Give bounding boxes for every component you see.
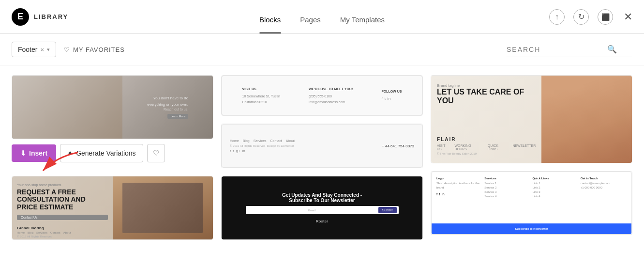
thumb-links: Logo Short description text here for the… xyxy=(431,172,632,235)
filter-clear-button[interactable]: × xyxy=(40,46,44,53)
thumb-nav: HomeBlogServicesContactAbout © 2019 All … xyxy=(222,124,422,168)
thumb-3col: VISIT US 10 Somewhere St, Tustin Califor… xyxy=(222,76,422,115)
insert-icon: ⬇ xyxy=(20,149,26,157)
close-icon: ✕ xyxy=(624,11,632,23)
header-logo-section: E LIBRARY xyxy=(12,8,68,26)
save-icon: ⬛ xyxy=(601,13,610,21)
header-actions: ↑ ↻ ⬛ ✕ xyxy=(549,9,632,25)
category-filter-dropdown[interactable]: Footer × ▾ xyxy=(12,42,56,57)
template-card-beauty-brand[interactable]: Brand tagline LET US TAKE CARE OF YOU FL… xyxy=(431,75,632,163)
card-actions-overlay: ⬇ Insert ✦ Generate Variations ♡ xyxy=(12,144,165,162)
refresh-icon: ↻ xyxy=(578,12,584,21)
heart-icon: ♡ xyxy=(153,149,159,158)
my-favorites-button[interactable]: ♡ MY FAVORITES xyxy=(64,46,125,53)
template-column-2: VISIT US 10 Somewhere St, Tustin Califor… xyxy=(217,75,427,258)
template-card-flooring-footer[interactable]: Your one-stop home products Request a fr… xyxy=(12,176,213,240)
card-wrapper-1: You don't have to do everything on your … xyxy=(12,75,213,139)
header: E LIBRARY Blocks Pages My Templates ↑ ↻ … xyxy=(0,0,644,34)
thumb-beauty: Brand tagline LET US TAKE CARE OF YOU FL… xyxy=(431,76,632,163)
template-card-newsletter-dark[interactable]: Get Updates And Stay Connected -Subscrib… xyxy=(221,176,423,240)
template-column-1: You don't have to do everything on your … xyxy=(12,75,217,258)
header-tabs: Blocks Pages My Templates xyxy=(259,0,385,33)
close-button[interactable]: ✕ xyxy=(624,11,632,23)
template-card-photo-footer[interactable]: You don't have to do everything on your … xyxy=(12,75,213,139)
toolbar: Footer × ▾ ♡ MY FAVORITES 🔍 xyxy=(0,34,644,65)
thumb-newsletter: Get Updates And Stay Connected -Subscrib… xyxy=(222,176,422,239)
template-card-3col-footer[interactable]: VISIT US 10 Somewhere St, Tustin Califor… xyxy=(221,75,423,116)
thumb-photo-footer: You don't have to do everything on your … xyxy=(12,76,213,139)
template-card-links-footer[interactable]: Logo Short description text here for the… xyxy=(431,171,632,235)
upload-icon-button[interactable]: ↑ xyxy=(549,9,565,25)
tab-my-templates[interactable]: My Templates xyxy=(340,0,385,33)
filter-label: Footer xyxy=(18,46,37,53)
upload-icon: ↑ xyxy=(555,13,559,21)
filter-arrow-icon: ▾ xyxy=(47,47,50,53)
template-column-3: Brand tagline LET US TAKE CARE OF YOU FL… xyxy=(427,75,632,258)
tab-pages[interactable]: Pages xyxy=(300,0,321,33)
search-input[interactable] xyxy=(507,46,603,53)
refresh-icon-button[interactable]: ↻ xyxy=(573,9,589,25)
tab-blocks[interactable]: Blocks xyxy=(259,0,281,33)
save-icon-button[interactable]: ⬛ xyxy=(598,9,613,25)
search-box[interactable]: 🔍 xyxy=(507,42,632,57)
toolbar-left: Footer × ▾ ♡ MY FAVORITES xyxy=(12,42,125,57)
content-grid: You don't have to do everything on your … xyxy=(0,65,644,268)
search-icon: 🔍 xyxy=(607,45,617,54)
library-title: LIBRARY xyxy=(34,13,68,20)
template-card-nav-footer[interactable]: HomeBlogServicesContactAbout © 2019 All … xyxy=(221,124,423,168)
thumb-flooring: Your one-stop home products Request a fr… xyxy=(12,176,213,239)
favorites-label: MY FAVORITES xyxy=(73,46,125,53)
favorite-button[interactable]: ♡ xyxy=(147,144,165,162)
heart-icon: ♡ xyxy=(64,46,70,53)
elementor-logo: E xyxy=(12,8,29,26)
